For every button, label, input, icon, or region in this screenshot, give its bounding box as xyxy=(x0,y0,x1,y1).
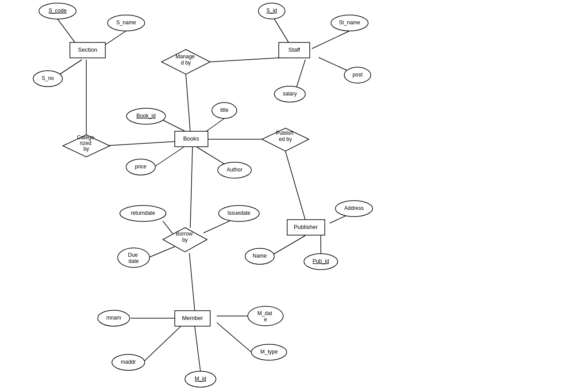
attr-address-label: Address xyxy=(344,205,364,211)
attr-s-no-label: S_no xyxy=(42,75,54,81)
attr-issuedate-label: Issuedate xyxy=(227,210,250,216)
attr-s-id-label: S_id xyxy=(266,8,277,14)
entity-section-label: Section xyxy=(78,46,97,53)
svg-line-20 xyxy=(190,147,192,228)
attr-author-label: Author xyxy=(227,167,242,173)
attr-post-label: post xyxy=(353,72,363,78)
svg-line-29 xyxy=(217,323,251,352)
svg-line-6 xyxy=(312,31,350,49)
svg-line-13 xyxy=(154,147,184,167)
attr-s-code-label: S_code xyxy=(49,8,67,14)
svg-line-18 xyxy=(270,236,305,256)
attr-salary-label: salary xyxy=(283,91,297,97)
attr-maddr-label: maddr xyxy=(121,359,136,365)
attr-returndate-label: returndate xyxy=(131,210,155,216)
attr-name-label: Name xyxy=(253,253,267,259)
svg-line-16 xyxy=(285,151,305,220)
svg-line-26 xyxy=(143,326,181,362)
attr-pub-id-label: Pub_id xyxy=(312,258,329,264)
entity-publisher-label: Publisher xyxy=(294,224,318,230)
attr-title-label: title xyxy=(220,107,229,113)
attr-book-id-label: Book_id xyxy=(136,113,155,119)
svg-line-10 xyxy=(186,74,190,132)
entity-staff-label: Staff xyxy=(288,46,300,53)
attr-due-date-label: Due date xyxy=(128,252,139,264)
er-diagram: Section Staff Books Publisher Member Man… xyxy=(0,0,577,392)
svg-line-9 xyxy=(210,57,285,62)
attr-s-name-label: S_name xyxy=(116,19,136,26)
attr-m-type-label: M_type xyxy=(260,349,278,355)
attr-price-label: price xyxy=(135,164,146,170)
attr-mnam-label: mnam xyxy=(106,315,121,321)
entity-member-label: Member xyxy=(182,315,203,321)
svg-line-23 xyxy=(148,247,175,258)
svg-line-4 xyxy=(104,141,177,146)
entity-books-label: Books xyxy=(183,135,200,142)
svg-line-27 xyxy=(195,326,200,371)
svg-line-24 xyxy=(189,253,195,310)
svg-line-22 xyxy=(204,221,230,233)
attr-st-name-label: St_name xyxy=(339,19,360,26)
attr-m-id-label: M_id xyxy=(195,376,206,382)
svg-line-11 xyxy=(162,119,186,132)
